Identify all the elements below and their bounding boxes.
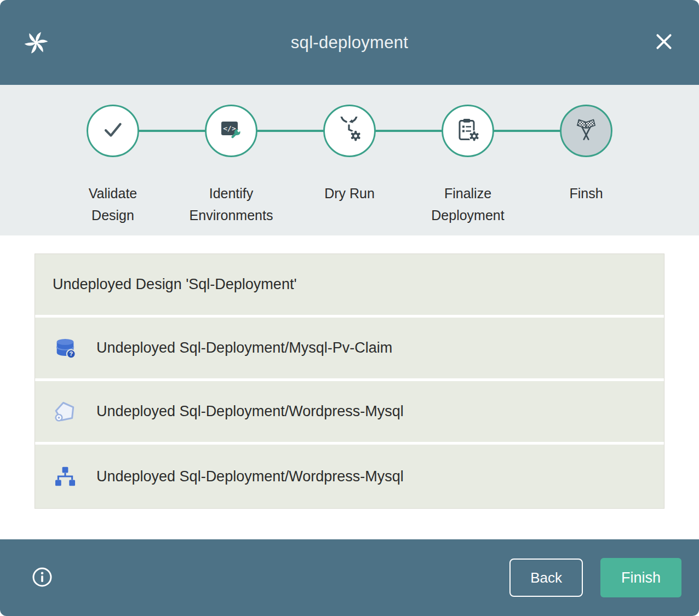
sql-deployment-modal: sql-deployment Validate Design <box>0 0 699 616</box>
checkered-flags-icon <box>572 116 600 146</box>
modal-header: sql-deployment <box>0 0 699 85</box>
dry-run-history-gear-icon <box>336 117 363 145</box>
deployment-stepper: Validate Design </> <box>0 85 699 235</box>
svg-text:</>: </> <box>223 124 236 133</box>
database-icon: ? <box>53 336 78 361</box>
step-label: Finalize Deployment <box>424 182 512 226</box>
step-label: Identify Environments <box>187 182 275 226</box>
result-row-wordpress-mysql-pod: Undeployed Sql-Deployment/Wordpress-Mysq… <box>35 381 664 445</box>
result-row-design: Undeployed Design 'Sql-Deployment' <box>35 254 664 318</box>
info-icon <box>31 566 53 590</box>
step-validate-design: Validate Design <box>54 105 172 226</box>
pod-icon <box>53 399 78 424</box>
close-button[interactable] <box>651 30 677 56</box>
workload-hierarchy-icon <box>53 464 78 489</box>
check-icon <box>100 117 126 145</box>
step-circle: </> <box>205 105 257 157</box>
step-label: Finsh <box>569 182 603 204</box>
info-button[interactable] <box>30 566 54 590</box>
step-circle <box>87 105 139 157</box>
finish-button[interactable]: Finish <box>600 558 681 597</box>
modal-footer: Back Finish <box>0 539 699 616</box>
clipboard-gear-icon <box>455 117 481 145</box>
result-text: Undeployed Sql-Deployment/Wordpress-Mysq… <box>96 468 404 485</box>
step-circle <box>323 105 376 157</box>
result-row-pv-claim: ? Undeployed Sql-Deployment/Mysql-Pv-Cla… <box>35 318 664 381</box>
result-text: Undeployed Design 'Sql-Deployment' <box>53 276 297 293</box>
svg-text:?: ? <box>69 350 73 357</box>
back-button[interactable]: Back <box>509 559 583 597</box>
step-label: Validate Design <box>69 182 157 226</box>
result-text: Undeployed Sql-Deployment/Mysql-Pv-Claim <box>96 339 392 356</box>
stepper-steps: Validate Design </> <box>54 105 645 226</box>
result-row-wordpress-mysql-workload: Undeployed Sql-Deployment/Wordpress-Mysq… <box>35 445 664 508</box>
step-finalize-deployment: Finalize Deployment <box>409 105 527 226</box>
step-dry-run: Dry Run <box>290 105 409 226</box>
step-finish: Finsh <box>527 105 645 226</box>
close-icon <box>653 31 675 54</box>
modal-title: sql-deployment <box>291 33 408 53</box>
results-panel: Undeployed Design 'Sql-Deployment' ? Und… <box>35 254 664 509</box>
result-text: Undeployed Sql-Deployment/Wordpress-Mysq… <box>96 403 404 420</box>
deployment-results: Undeployed Design 'Sql-Deployment' ? Und… <box>0 235 699 539</box>
meshery-logo-icon <box>22 28 50 57</box>
step-identify-environments: </> Identify Environments <box>172 105 290 226</box>
step-circle <box>560 105 612 157</box>
environment-code-wrench-icon: </> <box>218 117 244 145</box>
step-circle <box>442 105 494 157</box>
step-label: Dry Run <box>324 182 375 204</box>
